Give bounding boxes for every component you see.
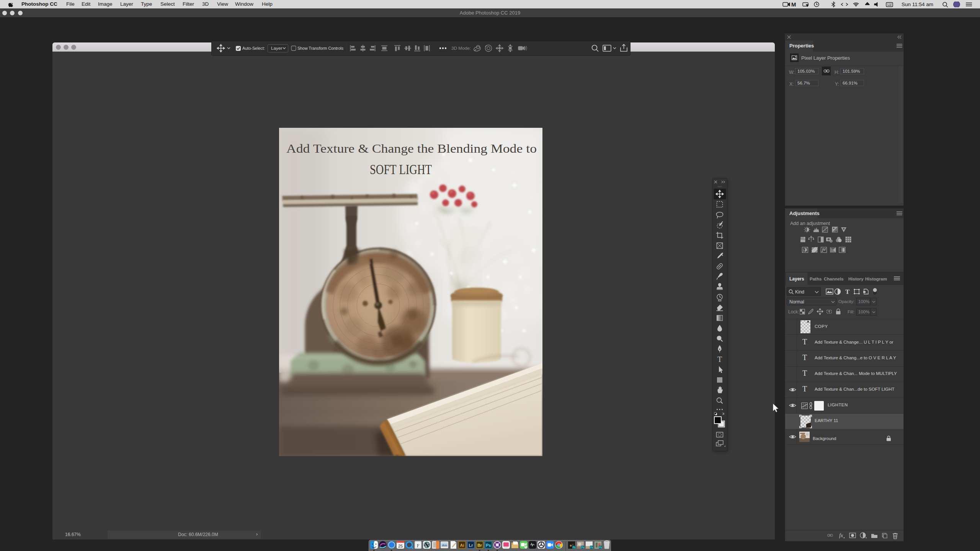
svg-text:Ai: Ai <box>460 543 464 548</box>
svg-text:25: 25 <box>398 544 403 548</box>
svg-text:Sun 11:54 am: Sun 11:54 am <box>902 2 933 7</box>
svg-text:Ps: Ps <box>486 543 491 548</box>
svg-text:Ps: Ps <box>573 546 576 549</box>
svg-text:Ps: Ps <box>581 546 585 549</box>
svg-text:SOFT LIGHT: SOFT LIGHT <box>370 162 432 177</box>
svg-text:Layer: Layer <box>271 46 283 51</box>
svg-text:3D Mode:: 3D Mode: <box>451 46 471 51</box>
svg-text:Br: Br <box>477 543 482 548</box>
svg-text:Lr: Lr <box>469 543 474 548</box>
svg-text:T: T <box>845 288 850 295</box>
svg-text:Auto-Select:: Auto-Select: <box>242 46 265 51</box>
svg-text:Ps: Ps <box>590 546 593 549</box>
svg-text:T: T <box>717 355 722 364</box>
svg-text:F: F <box>416 543 419 548</box>
svg-text:Add Texture & Change the Blend: Add Texture & Change the Blending Mode t… <box>286 142 537 155</box>
svg-text:M: M <box>791 2 796 7</box>
svg-text:Ps: Ps <box>599 546 602 549</box>
svg-text:Show Transform Controls: Show Transform Controls <box>297 46 343 51</box>
svg-text:fx: fx <box>839 533 843 538</box>
